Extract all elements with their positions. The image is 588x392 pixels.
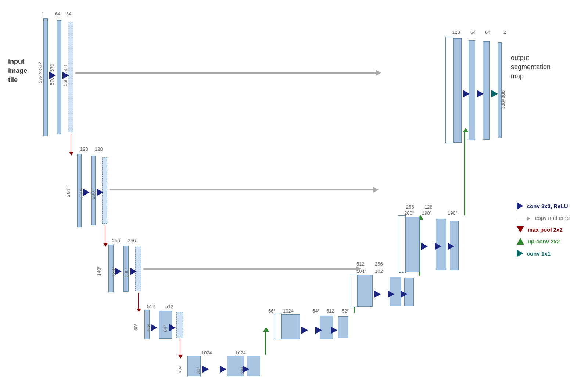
legend-conv1x1: conv 1x1: [517, 250, 570, 257]
fmap-dec2-1: [398, 215, 406, 272]
conv-arrow-dec1-1: [463, 90, 470, 97]
upconv-arrow-1: [464, 132, 465, 215]
fmap-enc4-3: [176, 312, 183, 338]
legend-upconv-label: up-conv 2x2: [528, 238, 560, 245]
label-32: 32²: [178, 366, 183, 373]
unet-diagram: 1 64 64 572 × 572 570 × 570 568 × 568 12…: [0, 0, 588, 392]
conv-arrow-bot-2: [220, 366, 226, 373]
label-30: 30²: [196, 367, 201, 374]
fmap-dec2-2: [406, 217, 420, 272]
label-512a: 512: [147, 304, 155, 309]
label-1: 1: [42, 11, 44, 17]
label-dec-256: 256: [375, 261, 383, 267]
fmap-dec1-4: [483, 41, 490, 140]
conv-arrow-dec1-2: [477, 90, 484, 97]
fmap-dec1-5: [498, 42, 502, 138]
legend: conv 3x3, ReLU copy and crop max pool 2x…: [517, 202, 570, 262]
fmap-dec1-2: [453, 38, 462, 143]
conv-arrow-bot-1: [202, 366, 209, 373]
conv-arrow-dec4-2: [315, 327, 322, 334]
upconv-arrow-4: [265, 331, 266, 355]
maxpool-arrow-1: [71, 134, 71, 153]
legend-conv: conv 3x3, ReLU: [517, 202, 570, 210]
label-dec-54: 54²: [312, 308, 319, 314]
legend-conv-icon: [517, 202, 523, 210]
conv-arrow-bot-3: [243, 366, 249, 373]
conv-arrow-enc3-2: [130, 268, 137, 275]
conv-arrow-enc2-2: [97, 189, 103, 196]
fmap-dec4-1: [275, 314, 282, 339]
label-dec-128b: 128: [452, 29, 460, 35]
label-512b: 512: [165, 304, 173, 309]
copy-arrow-3: [143, 268, 356, 270]
conv-arrow-enc1-2: [62, 72, 69, 79]
conv-arrow-enc3-1: [115, 268, 122, 275]
label-dec-512: 512: [326, 308, 334, 314]
label-256a: 256: [112, 238, 120, 243]
maxpool-arrow-4: [180, 339, 180, 356]
legend-maxpool: max pool 2x2: [517, 226, 570, 233]
label-136: 136²: [123, 268, 129, 277]
label-dec-2: 2: [503, 29, 506, 35]
input-label: inputimagetile: [8, 57, 27, 85]
legend-copy-icon: [517, 218, 528, 218]
label-dec-196: 196²: [448, 210, 457, 216]
label-dec-64a: 64: [470, 29, 476, 35]
fmap-dec1-1: [445, 37, 453, 143]
fmap-dec3-1: [350, 274, 357, 307]
label-1024b: 1024: [235, 350, 246, 356]
label-dec-64b: 64: [485, 29, 490, 35]
conv-arrow-dec3-2: [388, 291, 394, 298]
fmap-enc1-1: [43, 18, 48, 136]
fmap-enc1-2: [57, 20, 61, 134]
legend-upconv: up-conv 2x2: [517, 238, 570, 245]
conv-arrow-dec4-1: [301, 327, 308, 334]
conv-arrow-enc4-2: [169, 324, 176, 331]
conv-arrow-dec4-3: [331, 327, 337, 334]
label-68: 68²: [133, 324, 139, 331]
label-dec-128a: 128: [424, 204, 433, 210]
label-128a: 128: [80, 146, 88, 152]
label-dec-1024: 1024: [283, 308, 294, 314]
conv-arrow-enc4-1: [151, 324, 157, 331]
legend-copy: copy and crop: [517, 215, 570, 221]
label-dec-56: 56²: [268, 308, 275, 314]
label-1024a: 1024: [201, 350, 212, 356]
legend-conv-label: conv 3x3, ReLU: [527, 203, 568, 209]
label-64c: 64²: [162, 325, 168, 332]
label-256b: 256: [128, 238, 136, 243]
label-64a: 64: [55, 11, 60, 17]
label-dec-102: 102²: [375, 268, 384, 274]
label-dec-200: 200²: [404, 210, 414, 216]
legend-upconv-icon: [517, 238, 524, 245]
maxpool-arrow-3: [138, 293, 139, 309]
label-280: 280²: [90, 189, 96, 199]
conv-arrow-enc1-1: [49, 72, 56, 79]
label-dec-512b: 512: [356, 261, 365, 267]
legend-copy-label: copy and crop: [535, 215, 570, 221]
fmap-dec4-2: [282, 314, 300, 339]
label-dec-256b: 256: [406, 204, 414, 210]
label-dec-198: 198²: [422, 210, 431, 216]
label-572: 572 × 572: [37, 62, 43, 83]
maxpool-arrow-2: [105, 225, 105, 244]
label-284: 284²: [65, 187, 71, 197]
fmap-dec4-4: [338, 316, 348, 338]
label-dec-104: 104²: [356, 268, 366, 274]
legend-maxpool-icon: [517, 226, 524, 233]
conv1x1-arrow: [491, 90, 498, 97]
conv-arrow-dec3-3: [401, 291, 407, 298]
legend-maxpool-label: max pool 2x2: [528, 227, 563, 233]
conv-arrow-enc2-1: [83, 189, 90, 196]
label-dec-52: 52²: [342, 308, 349, 314]
fmap-dec3-2: [357, 275, 373, 307]
legend-conv1x1-label: conv 1x1: [527, 250, 551, 257]
label-64b: 64: [66, 11, 71, 17]
conv-arrow-dec2-3: [448, 243, 454, 250]
copy-arrow-2: [110, 189, 374, 190]
output-label: outputsegmentationmap: [511, 53, 551, 81]
label-128b: 128: [95, 146, 103, 152]
conv-arrow-dec3-1: [374, 291, 381, 298]
label-140: 140²: [96, 266, 102, 276]
legend-conv1x1-icon: [517, 250, 523, 257]
